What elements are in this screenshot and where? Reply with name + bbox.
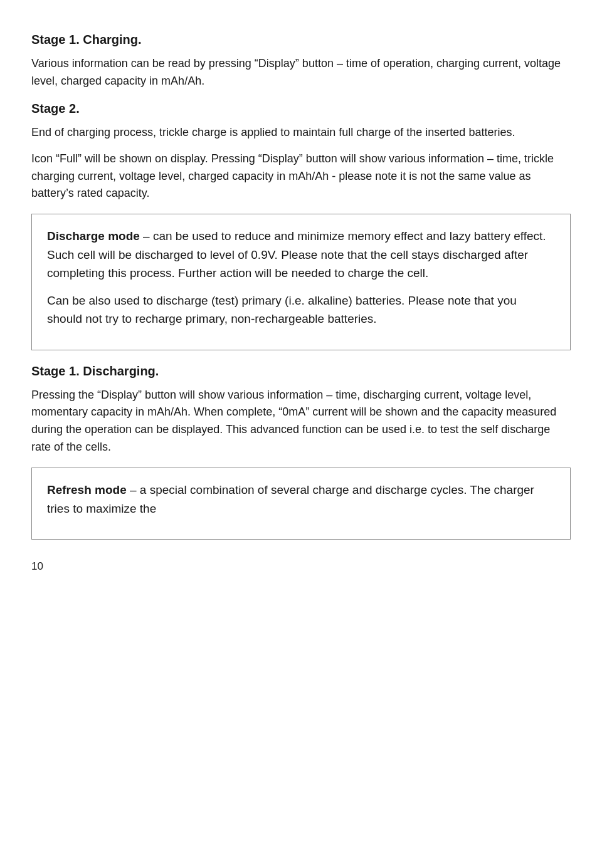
page-content: Stage 1. Charging. Various information c… — [31, 30, 571, 574]
stage1-discharging-heading: Stage 1. Discharging. — [31, 362, 571, 380]
refresh-mode-para1: Refresh mode – a special combination of … — [47, 481, 555, 518]
discharge-mode-section: Discharge mode – can be used to reduce a… — [31, 214, 571, 350]
refresh-mode-term: Refresh mode — [47, 483, 127, 496]
stage1-charging-para1: Various information can be read by press… — [31, 55, 571, 90]
discharge-mode-para2: Can be also used to discharge (test) pri… — [47, 291, 555, 328]
stage2-heading: Stage 2. — [31, 99, 571, 118]
stage1-charging-heading: Stage 1. Charging. — [31, 30, 571, 49]
refresh-mode-section: Refresh mode – a special combination of … — [31, 468, 571, 540]
discharge-mode-para1: Discharge mode – can be used to reduce a… — [47, 227, 555, 282]
stage2-para2: Icon “Full” will be shown on display. Pr… — [31, 150, 571, 203]
page-number: 10 — [31, 558, 571, 575]
stage2-para1: End of charging process, trickle charge … — [31, 124, 571, 142]
discharge-mode-term: Discharge mode — [47, 229, 140, 243]
stage1-discharging-para: Pressing the “Display” button will show … — [31, 387, 571, 457]
